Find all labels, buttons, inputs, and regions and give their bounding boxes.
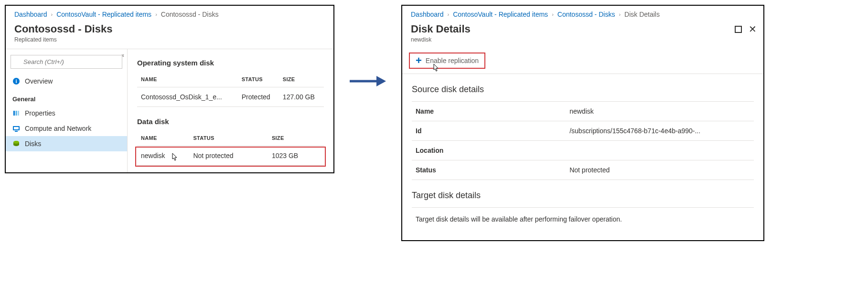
kv-key: Status <box>412 160 566 180</box>
kv-row-name: Name newdisk <box>412 102 754 121</box>
chevron-right-icon: › <box>619 11 621 17</box>
kv-key: Name <box>412 102 566 121</box>
sidebar-item-compute-network[interactable]: Compute and Network <box>6 121 127 136</box>
svg-rect-5 <box>16 111 17 116</box>
search-input[interactable] <box>11 55 122 69</box>
cell-name: Contosossd_OsDisk_1_e... <box>137 87 238 107</box>
properties-icon <box>12 109 20 117</box>
table-row[interactable]: Contosossd_OsDisk_1_e... Protected 127.0… <box>137 87 324 107</box>
column-name[interactable]: NAME <box>137 72 238 87</box>
arrow-right-icon <box>349 74 387 88</box>
kv-value: /subscriptions/155c4768-b71c-4e4b-a990-.… <box>566 121 754 141</box>
kv-key: Location <box>412 141 566 160</box>
breadcrumb-vault[interactable]: ContosoVault - Replicated items <box>453 11 548 18</box>
chevron-right-icon: › <box>155 11 157 17</box>
svg-rect-8 <box>14 127 19 129</box>
target-disk-heading: Target disk details <box>412 191 754 201</box>
column-size[interactable]: SIZE <box>279 72 324 87</box>
breadcrumb-current: Contosossd - Disks <box>161 11 219 18</box>
cursor-icon <box>431 63 440 74</box>
sidebar-item-label: Disks <box>25 140 41 148</box>
cell-status: Protected <box>238 87 279 107</box>
highlight-box: + Enable replication <box>409 53 485 69</box>
svg-text:i: i <box>15 78 17 84</box>
target-note: Target disk details will be available af… <box>412 207 754 231</box>
os-disk-heading: Operating system disk <box>137 59 324 67</box>
page-title: Contosossd - Disks <box>6 21 333 36</box>
breadcrumb: Dashboard › ContosoVault - Replicated it… <box>402 6 763 21</box>
enable-replication-button[interactable]: + Enable replication <box>412 54 482 67</box>
cell-status: Not protected <box>189 146 268 166</box>
sidebar-item-properties[interactable]: Properties <box>6 106 127 121</box>
info-icon: i <box>12 77 20 85</box>
svg-rect-9 <box>15 131 18 132</box>
chevron-right-icon: › <box>448 11 450 17</box>
svg-rect-6 <box>18 111 19 116</box>
column-status[interactable]: STATUS <box>189 130 268 146</box>
kv-key: Id <box>412 121 566 141</box>
disk-details-blade: Dashboard › ContosoVault - Replicated it… <box>401 5 764 241</box>
page-subtitle: newdisk <box>402 36 479 49</box>
detail-content: Source disk details Name newdisk Id /sub… <box>402 74 763 240</box>
svg-marker-13 <box>376 76 386 86</box>
kv-value: newdisk <box>566 102 754 121</box>
os-disk-table: NAME STATUS SIZE Contosossd_OsDisk_1_e..… <box>137 72 324 107</box>
svg-rect-4 <box>13 111 15 116</box>
sidebar-item-label: Compute and Network <box>25 125 91 132</box>
main-content: Operating system disk NAME STATUS SIZE C… <box>128 49 333 172</box>
disks-blade: Dashboard › ContosoVault - Replicated it… <box>5 5 334 173</box>
breadcrumb-dashboard[interactable]: Dashboard <box>14 11 47 18</box>
kv-value <box>566 141 754 160</box>
data-disk-heading: Data disk <box>137 117 324 126</box>
flow-arrow <box>349 5 387 158</box>
chevron-right-icon: › <box>552 11 554 17</box>
chevron-right-icon: › <box>51 11 53 17</box>
column-size[interactable]: SIZE <box>268 130 324 146</box>
breadcrumb-current: Disk Details <box>624 11 660 18</box>
breadcrumb-dashboard[interactable]: Dashboard <box>411 11 444 18</box>
kv-row-id: Id /subscriptions/155c4768-b71c-4e4b-a99… <box>412 121 754 141</box>
cell-name: newdisk <box>137 146 189 166</box>
kv-row-status: Status Not protected <box>412 160 754 180</box>
sidebar-heading-general: General <box>6 89 127 106</box>
kv-value: Not protected <box>566 160 754 180</box>
breadcrumb-vault[interactable]: ContosoVault - Replicated items <box>56 11 151 18</box>
data-disk-table: NAME STATUS SIZE newdisk Not protected 1… <box>137 130 324 166</box>
sidebar: « i Overview General Properties <box>6 49 128 172</box>
cell-size: 127.00 GB <box>279 87 324 107</box>
table-row[interactable]: newdisk Not protected 1023 GB <box>137 146 324 166</box>
column-name[interactable]: NAME <box>137 130 189 146</box>
cell-size: 1023 GB <box>268 146 324 166</box>
kv-row-location: Location <box>412 141 754 160</box>
command-bar: + Enable replication <box>402 49 763 74</box>
sidebar-item-disks[interactable]: Disks <box>6 136 127 151</box>
page-subtitle: Replicated items <box>6 36 333 49</box>
sidebar-item-overview[interactable]: i Overview <box>6 74 127 89</box>
source-disk-heading: Source disk details <box>412 85 754 95</box>
breadcrumb: Dashboard › ContosoVault - Replicated it… <box>6 6 333 21</box>
plus-icon: + <box>416 56 422 65</box>
restore-icon[interactable] <box>735 26 742 34</box>
page-title: Disk Details <box>402 21 479 36</box>
svg-point-11 <box>13 141 19 144</box>
close-icon[interactable]: ✕ <box>749 26 757 34</box>
button-label: Enable replication <box>426 57 479 64</box>
sidebar-item-label: Properties <box>25 109 55 117</box>
compute-icon <box>12 125 20 132</box>
column-status[interactable]: STATUS <box>238 72 279 87</box>
sidebar-item-label: Overview <box>25 77 53 85</box>
disks-icon <box>12 140 20 148</box>
breadcrumb-disks[interactable]: Contosossd - Disks <box>557 11 615 18</box>
source-details-table: Name newdisk Id /subscriptions/155c4768-… <box>412 101 754 180</box>
